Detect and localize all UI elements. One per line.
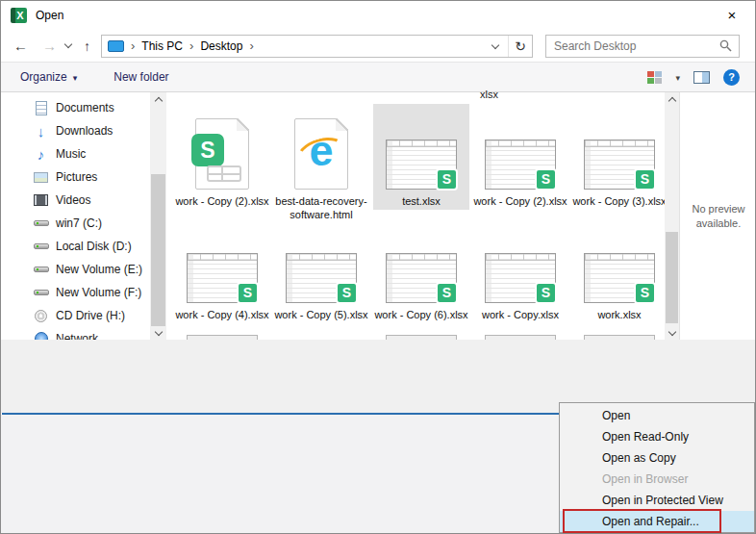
menu-item-open-in-protected-view[interactable]: Open in Protected View: [560, 490, 754, 511]
address-bar[interactable]: › This PC › Desktop ›: [101, 35, 533, 58]
sidebar-item-label: New Volume (F:): [56, 286, 141, 299]
sidebar-item-documents[interactable]: Documents: [1, 96, 150, 119]
breadcrumb-desktop[interactable]: Desktop: [200, 39, 242, 53]
spreadsheet-thumbnail-icon: [584, 253, 655, 303]
breadcrumb-this-pc[interactable]: This PC: [141, 39, 183, 53]
sidebar-item-label: Documents: [56, 101, 114, 114]
search-input[interactable]: [546, 39, 719, 53]
address-dropdown-chevron-icon[interactable]: [491, 40, 499, 48]
sidebar-item-label: Downloads: [56, 124, 113, 138]
organize-button[interactable]: Organize: [20, 70, 77, 84]
file-list-scrollbar-thumb[interactable]: [666, 232, 678, 323]
file-group-label[interactable]: xlsx: [480, 89, 498, 100]
file-name-label: work - Copy (6).xlsx: [374, 308, 468, 321]
open-options-menu: Open Open Read-Only Open as Copy Open in…: [559, 402, 755, 533]
sidebar-scrollbar-thumb[interactable]: [151, 174, 165, 326]
spreadsheet-thumbnail-icon: [187, 253, 258, 303]
file-name-label: work - Copy (3).xlsx: [572, 194, 665, 208]
refresh-icon[interactable]: [509, 38, 532, 54]
file-name-label: test.xlsx: [374, 194, 468, 208]
internet-explorer-html-icon: e: [294, 118, 348, 190]
network-globe-icon: [33, 332, 49, 340]
menu-item-open-read-only[interactable]: Open Read-Only: [560, 426, 754, 447]
back-arrow-icon[interactable]: ←: [13, 36, 28, 57]
sidebar-item-videos[interactable]: Videos: [1, 189, 150, 212]
file-item[interactable]: work - Copy (4).xlsx: [174, 253, 270, 321]
sidebar-scrollbar[interactable]: [150, 92, 166, 340]
file-item[interactable]: work.xlsx: [571, 253, 665, 321]
this-pc-icon: [108, 40, 124, 52]
spreadsheet-thumbnail-icon: [386, 253, 457, 303]
wps-spreadsheet-file-icon: [195, 118, 249, 190]
file-item[interactable]: work - Copy (2).xlsx: [472, 104, 568, 208]
file-item[interactable]: e best-data-recovery-software.html: [273, 104, 369, 221]
wps-badge-icon: [535, 282, 557, 304]
file-item[interactable]: work - Copy (6).xlsx: [373, 253, 469, 321]
menu-item-open-in-browser: Open in Browser: [560, 469, 754, 490]
scroll-up-icon[interactable]: [668, 96, 675, 104]
scroll-down-icon[interactable]: [154, 327, 162, 335]
file-item[interactable]: work - Copy (2).xlsx: [174, 104, 270, 208]
menu-item-open-as-copy[interactable]: Open as Copy: [560, 447, 754, 469]
file-name-label: work - Copy (4).xlsx: [175, 308, 269, 321]
file-item-selected[interactable]: test.xlsx: [373, 104, 469, 210]
drive-icon: [33, 290, 49, 295]
download-arrow-icon: [33, 123, 49, 140]
document-icon: [33, 101, 49, 115]
sidebar-item-label: Videos: [56, 193, 90, 207]
file-name-label: best-data-recovery-software.html: [274, 194, 368, 221]
file-item[interactable]: work - Copy.xlsx: [472, 253, 568, 321]
spreadsheet-thumbnail-icon: [485, 140, 556, 190]
picture-icon: [33, 172, 49, 183]
sidebar-item-label: Local Disk (D:): [56, 240, 132, 253]
search-box[interactable]: [545, 35, 740, 58]
navigation-bar: ← → ↑ › This PC › Desktop ›: [1, 30, 755, 62]
scroll-down-icon[interactable]: [668, 327, 675, 335]
preview-pane-icon[interactable]: [693, 71, 710, 84]
search-icon[interactable]: [719, 39, 732, 52]
wps-badge-icon: [237, 282, 259, 304]
wps-badge-icon: [634, 282, 656, 304]
video-icon: [33, 194, 49, 206]
sidebar-item-music[interactable]: Music: [1, 142, 150, 165]
sidebar-item-new-volume-f[interactable]: New Volume (F:): [1, 281, 150, 304]
sidebar-item-win7-c[interactable]: win7 (C:): [1, 212, 150, 235]
scroll-up-icon[interactable]: [154, 96, 162, 104]
spreadsheet-thumbnail-icon: [584, 140, 655, 190]
sidebar-item-local-disk-d[interactable]: Local Disk (D:): [1, 235, 150, 258]
sidebar-item-label: win7 (C:): [56, 216, 102, 230]
organize-label: Organize: [20, 70, 67, 84]
view-dropdown-icon[interactable]: [675, 70, 680, 84]
menu-item-open[interactable]: Open: [560, 405, 754, 426]
new-folder-button[interactable]: New folder: [113, 70, 168, 84]
file-name-label: work - Copy (2).xlsx: [175, 194, 269, 208]
file-list-scrollbar[interactable]: [665, 92, 679, 340]
drive-icon: [33, 267, 49, 272]
file-name-label: work - Copy (2).xlsx: [473, 194, 567, 208]
menu-item-open-and-repair[interactable]: Open and Repair...: [560, 511, 754, 532]
spreadsheet-thumbnail-icon: [485, 253, 556, 303]
sidebar-item-pictures[interactable]: Pictures: [1, 165, 150, 189]
file-item[interactable]: work - Copy (5).xlsx: [273, 253, 369, 321]
sidebar-item-label: New Volume (E:): [56, 263, 142, 276]
organize-dropdown-icon: [73, 70, 78, 84]
change-view-icon[interactable]: [647, 71, 662, 84]
sidebar-item-downloads[interactable]: Downloads: [1, 119, 150, 142]
history-chevron-icon[interactable]: [64, 40, 72, 48]
help-icon[interactable]: [723, 69, 740, 86]
main-area: Documents Downloads Music Pictures Video…: [1, 92, 755, 340]
wps-badge-icon: [336, 282, 358, 304]
forward-arrow-icon[interactable]: →: [42, 36, 57, 57]
open-dialog-window: Open ← → ↑ › This PC › Desktop ›: [0, 0, 756, 534]
sidebar-item-network[interactable]: Network: [1, 327, 150, 340]
window-title: Open: [36, 9, 63, 22]
title-bar: Open: [1, 1, 755, 30]
sidebar-item-new-volume-e[interactable]: New Volume (E:): [1, 258, 150, 281]
close-icon[interactable]: [722, 6, 742, 25]
file-item[interactable]: work - Copy (3).xlsx: [571, 104, 665, 208]
up-arrow-icon[interactable]: ↑: [84, 36, 90, 57]
sidebar-item-label: Pictures: [56, 170, 97, 184]
sidebar: Documents Downloads Music Pictures Video…: [1, 92, 150, 340]
sidebar-item-cd-drive-h[interactable]: CD Drive (H:): [1, 304, 150, 327]
wps-badge-icon: [436, 282, 458, 304]
